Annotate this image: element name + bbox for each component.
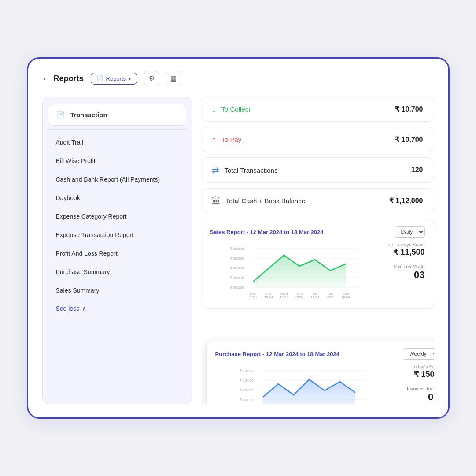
svg-text:₹ 20,000: ₹ 20,000: [240, 388, 254, 392]
purchase-report-name: Purchase Report: [215, 351, 261, 357]
svg-text:17/04: 17/04: [325, 295, 335, 299]
header: ← Reports 📄 Reports ▾ ⚙ ▤: [42, 71, 434, 86]
stat-left: 🏛 Total Cash + Bank Balance: [212, 196, 306, 206]
chevron-up-icon: ∧: [82, 305, 86, 312]
svg-text:₹ 20,000: ₹ 20,000: [230, 266, 244, 270]
gear-button[interactable]: ⚙: [144, 71, 159, 86]
total-transactions-label: Total Transactions: [225, 167, 278, 174]
page-title: Reports: [54, 74, 84, 83]
reports-dropdown[interactable]: 📄 Reports ▾: [91, 73, 137, 85]
svg-text:12/04: 12/04: [248, 295, 258, 299]
main-layout: 📄 Transaction Audit Trail Bill Wise Prof…: [42, 97, 434, 404]
arrow-up-icon: ↑: [212, 134, 216, 145]
to-collect-value: ₹ 10,700: [395, 105, 423, 113]
sales-chart-stats: Last 7 days Sales ₹ 11,500 Invoices Made…: [385, 242, 425, 301]
purchase-today-value: ₹ 1500: [411, 369, 434, 379]
svg-text:14/04: 14/04: [279, 295, 288, 299]
stat-left: ⇄ Total Transactions: [212, 165, 278, 175]
purchase-chart-svg: ₹ 20,000 ₹ 20,000 ₹ 20,000 ₹ 20,000 ₹ 20…: [215, 364, 394, 404]
svg-text:13/04: 13/04: [264, 295, 273, 299]
purchase-chart-body: ₹ 20,000 ₹ 20,000 ₹ 20,000 ₹ 20,000 ₹ 20…: [215, 364, 434, 404]
sidebar-item-label: Expense Transaction Report: [56, 231, 134, 238]
sidebar-item-bill-wise-profit[interactable]: Bill Wise Profit: [46, 152, 188, 170]
sidebar-item-label: Audit Trail: [56, 139, 83, 146]
export-button[interactable]: ▤: [166, 71, 181, 86]
right-content: ↓ To Collect ₹ 10,700 ↑ To Pay ₹ 10,700 …: [201, 97, 434, 404]
sales-chart-svg-area: ₹ 20,000 ₹ 20,000 ₹ 20,000 ₹ 20,000 ₹ 20…: [210, 242, 380, 301]
sales-interval-dropdown[interactable]: Daily: [395, 226, 425, 238]
gear-icon: ⚙: [149, 74, 155, 82]
see-less-button[interactable]: See less ∧: [46, 300, 188, 317]
sidebar-active-label: Transaction: [70, 111, 107, 119]
purchase-chart-title: Purchase Report - 12 Mar 2024 to 18 Mar …: [215, 351, 340, 357]
sales-invoices-value: 03: [394, 269, 425, 281]
sidebar-active-transaction[interactable]: 📄 Transaction: [48, 104, 186, 126]
chevron-down-icon: ▾: [129, 76, 131, 82]
doc-icon: 📄: [96, 75, 103, 82]
sidebar-item-label: Cash and Bank Report (All Payments): [56, 176, 160, 183]
purchase-interval-dropdown[interactable]: Weekly: [403, 348, 434, 360]
transactions-icon: ⇄: [212, 165, 219, 175]
svg-text:₹ 20,000: ₹ 20,000: [240, 398, 254, 402]
svg-text:₹ 20,000: ₹ 20,000: [230, 276, 244, 280]
back-button[interactable]: ← Reports: [42, 74, 84, 84]
stat-left: ↓ To Collect: [212, 104, 251, 114]
sidebar: 📄 Transaction Audit Trail Bill Wise Prof…: [42, 97, 192, 404]
sales-last7-label: Last 7 days Sales: [387, 242, 425, 247]
main-card: ← Reports 📄 Reports ▾ ⚙ ▤ 📄 Transaction …: [27, 57, 450, 419]
to-pay-label: To Pay: [221, 136, 242, 143]
bank-icon: 🏛: [212, 196, 221, 206]
to-pay-value: ₹ 10,700: [395, 135, 423, 144]
purchase-chart-svg-area: ₹ 20,000 ₹ 20,000 ₹ 20,000 ₹ 20,000 ₹ 20…: [215, 364, 394, 404]
sidebar-divider: [48, 129, 186, 130]
sidebar-item-label: Purchase Summary: [56, 268, 110, 275]
svg-text:18/04: 18/04: [341, 295, 350, 299]
bank-balance-label: Total Cash + Bank Balance: [226, 197, 306, 205]
sidebar-item-daybook[interactable]: Daybook: [46, 189, 188, 207]
sales-chart-title: Sales Report - 12 Mar 2024 to 18 Mar 202…: [210, 229, 324, 235]
stat-card-bank-balance: 🏛 Total Cash + Bank Balance ₹ 1,12,000: [201, 188, 434, 213]
svg-text:₹ 20,000: ₹ 20,000: [240, 369, 254, 373]
sales-chart-svg: ₹ 20,000 ₹ 20,000 ₹ 20,000 ₹ 20,000 ₹ 20…: [210, 242, 380, 299]
purchase-invoices-value: 03: [407, 391, 434, 403]
svg-text:₹ 20,000: ₹ 20,000: [230, 257, 244, 260]
sales-chart-card: Sales Report - 12 Mar 2024 to 18 Mar 202…: [201, 219, 434, 309]
sales-date-range: 12 Mar 2024 to 18 Mar 2024: [250, 229, 324, 235]
charts-area: Sales Report - 12 Mar 2024 to 18 Mar 202…: [201, 219, 434, 404]
purchase-date-range: 12 Mar 2024 to 18 Mar 2024: [266, 351, 339, 357]
sidebar-item-audit-trail[interactable]: Audit Trail: [46, 133, 188, 152]
total-transactions-value: 120: [411, 166, 423, 174]
purchase-chart-card: Purchase Report - 12 Mar 2024 to 18 Mar …: [206, 341, 434, 404]
sidebar-item-label: Expense Category Report: [56, 213, 127, 220]
sidebar-item-cash-bank[interactable]: Cash and Bank Report (All Payments): [46, 170, 188, 189]
to-collect-label: To Collect: [221, 105, 251, 113]
purchase-report-label: Purchase Report - 12 Mar 2024 to 18 Mar …: [215, 351, 340, 357]
arrow-down-icon: ↓: [212, 104, 216, 114]
sales-invoices-label: Invoices Made: [394, 264, 425, 269]
file-icon: 📄: [56, 111, 65, 119]
sidebar-item-sales-summary[interactable]: Sales Summary: [46, 281, 188, 300]
svg-text:₹ 20,000: ₹ 20,000: [240, 379, 254, 383]
svg-text:15/04: 15/04: [295, 295, 304, 299]
svg-text:₹ 20,000: ₹ 20,000: [230, 286, 244, 290]
sidebar-item-expense-transaction[interactable]: Expense Transaction Report: [46, 226, 188, 244]
svg-text:16/04: 16/04: [310, 295, 319, 299]
sales-chart-body: ₹ 20,000 ₹ 20,000 ₹ 20,000 ₹ 20,000 ₹ 20…: [210, 242, 425, 301]
sales-report-name: Sales Report: [210, 229, 245, 235]
svg-text:₹ 20,000: ₹ 20,000: [230, 247, 244, 251]
export-icon: ▤: [170, 74, 177, 82]
purchase-today-label: Today's Sale: [411, 364, 434, 369]
sidebar-item-label: Daybook: [56, 194, 80, 201]
sidebar-item-label: Sales Summary: [56, 287, 100, 294]
stat-card-to-collect: ↓ To Collect ₹ 10,700: [201, 97, 434, 122]
sidebar-item-expense-category[interactable]: Expense Category Report: [46, 207, 188, 226]
sidebar-item-label: Bill Wise Profit: [56, 157, 96, 164]
sidebar-item-profit-loss[interactable]: Profit And Loss Report: [46, 244, 188, 263]
dropdown-label: Reports: [106, 75, 126, 82]
sales-chart-header: Sales Report - 12 Mar 2024 to 18 Mar 202…: [210, 226, 425, 238]
purchase-chart-stats: Today's Sale ₹ 1500 Invoices Today 03: [399, 364, 434, 404]
bank-balance-value: ₹ 1,12,000: [389, 197, 423, 205]
sidebar-item-purchase-summary[interactable]: Purchase Summary: [46, 263, 188, 281]
stat-card-total-transactions: ⇄ Total Transactions 120: [201, 157, 434, 183]
stat-card-to-pay: ↑ To Pay ₹ 10,700: [201, 127, 434, 152]
